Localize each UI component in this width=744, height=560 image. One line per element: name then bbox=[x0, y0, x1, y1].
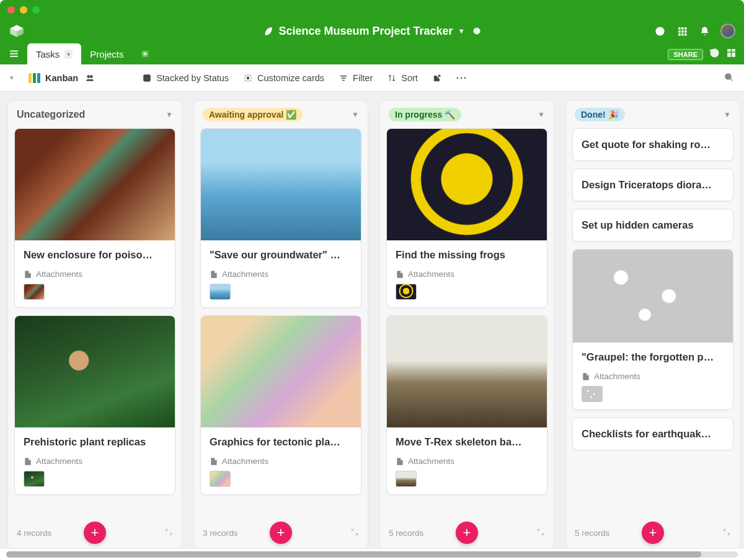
card-attachments-field: Attachments bbox=[24, 269, 166, 279]
horizontal-scrollbar[interactable] bbox=[0, 549, 744, 560]
collapse-column-icon[interactable] bbox=[536, 528, 545, 538]
kanban-card[interactable]: Design Triceratops diora… bbox=[572, 168, 733, 201]
svg-rect-5 bbox=[678, 27, 681, 30]
page-title: Science Museum Project Tracker bbox=[278, 25, 453, 38]
kanban-card[interactable]: New enclosure for poiso…Attachments bbox=[14, 128, 175, 308]
tab-dropdown-icon[interactable]: ▾ bbox=[64, 50, 73, 59]
column-cards: Get quote for shaking ro…Design Tricerat… bbox=[566, 128, 740, 517]
column-menu-icon[interactable]: ▼ bbox=[724, 110, 731, 119]
more-options-button[interactable]: ··· bbox=[456, 73, 467, 83]
kanban-card[interactable]: Set up hidden cameras bbox=[572, 209, 733, 242]
tab-label: Projects bbox=[90, 49, 123, 59]
column-menu-icon[interactable]: ▼ bbox=[352, 110, 359, 119]
filter-button[interactable]: Filter bbox=[339, 73, 373, 83]
window-titlebar bbox=[0, 0, 744, 20]
info-icon[interactable] bbox=[472, 27, 481, 35]
record-count: 5 records bbox=[389, 528, 423, 538]
traffic-light-zoom[interactable] bbox=[32, 6, 40, 14]
kanban-card[interactable]: Graphics for tectonic pla…Attachments bbox=[200, 315, 361, 495]
svg-rect-8 bbox=[678, 30, 681, 33]
column-cards: "Save our groundwater" …AttachmentsGraph… bbox=[194, 128, 368, 517]
column-footer: 5 records+ bbox=[566, 517, 740, 548]
column-menu-icon[interactable]: ▼ bbox=[166, 110, 173, 119]
notifications-icon[interactable] bbox=[698, 25, 711, 37]
collaborators-icon[interactable] bbox=[86, 74, 94, 82]
checkbox-icon bbox=[143, 74, 151, 82]
blocks-icon[interactable] bbox=[726, 48, 737, 61]
share-button[interactable]: SHARE bbox=[668, 49, 703, 60]
card-title: Get quote for shaking ro… bbox=[582, 139, 724, 151]
kanban-card[interactable]: Checklists for earthquak… bbox=[572, 418, 733, 450]
filter-icon bbox=[339, 74, 348, 82]
traffic-light-close[interactable] bbox=[7, 6, 15, 14]
card-cover-image bbox=[201, 129, 361, 240]
attachment-thumbnail[interactable] bbox=[24, 471, 45, 487]
history-icon[interactable] bbox=[709, 48, 720, 61]
column-status-pill[interactable]: Awaiting approval ✅ bbox=[203, 108, 303, 121]
card-title: Design Triceratops diora… bbox=[582, 179, 724, 191]
kanban-column-inprogress: In progress 🔨▼Find the missing frogsAtta… bbox=[379, 100, 554, 549]
kanban-board: Uncategorized▼New enclosure for poiso…At… bbox=[0, 92, 744, 549]
svg-point-29 bbox=[725, 73, 731, 79]
help-icon[interactable] bbox=[653, 25, 666, 37]
tab-tasks[interactable]: Tasks ▾ bbox=[27, 43, 81, 64]
svg-rect-7 bbox=[684, 27, 687, 30]
attachment-thumbnail[interactable] bbox=[396, 284, 417, 300]
svg-point-22 bbox=[87, 75, 91, 78]
app-logo-icon bbox=[9, 23, 25, 39]
share-view-button[interactable] bbox=[433, 74, 441, 82]
record-count: 5 records bbox=[575, 528, 609, 538]
attachment-thumbnail[interactable] bbox=[210, 284, 231, 300]
column-footer: 5 records+ bbox=[380, 517, 554, 548]
add-record-button[interactable]: + bbox=[84, 522, 106, 544]
attachment-icon bbox=[396, 270, 404, 279]
column-header: Uncategorized▼ bbox=[8, 101, 182, 128]
collapse-column-icon[interactable] bbox=[350, 528, 359, 538]
customize-cards-button[interactable]: Customize cards bbox=[244, 73, 324, 83]
views-menu[interactable]: ▾ bbox=[10, 74, 14, 82]
svg-rect-12 bbox=[681, 33, 684, 36]
collapse-column-icon[interactable] bbox=[722, 528, 731, 538]
title-caret-icon[interactable]: ▼ bbox=[458, 27, 465, 35]
apps-grid-icon[interactable] bbox=[676, 25, 688, 37]
kanban-card[interactable]: "Graupel: the forgotten p…Attachments bbox=[572, 249, 733, 410]
collapse-column-icon[interactable] bbox=[164, 528, 173, 538]
kanban-card[interactable]: Move T-Rex skeleton ba…Attachments bbox=[386, 315, 547, 495]
column-status-pill[interactable]: Done! 🎉 bbox=[575, 108, 625, 121]
attachment-thumbnail[interactable] bbox=[582, 386, 603, 402]
attachment-thumbnail[interactable] bbox=[24, 284, 45, 300]
add-record-button[interactable]: + bbox=[642, 522, 664, 544]
traffic-light-minimize[interactable] bbox=[20, 6, 27, 14]
svg-rect-19 bbox=[732, 49, 735, 51]
svg-rect-13 bbox=[684, 33, 687, 36]
svg-rect-10 bbox=[684, 30, 687, 33]
tab-projects[interactable]: Projects bbox=[81, 43, 132, 64]
card-attachments-field: Attachments bbox=[210, 457, 352, 466]
sidebar-toggle-icon[interactable] bbox=[0, 42, 27, 64]
stacked-by-button[interactable]: Stacked by Status bbox=[143, 73, 229, 83]
base-title-area[interactable]: Science Museum Project Tracker ▼ bbox=[263, 25, 480, 38]
svg-rect-26 bbox=[340, 75, 347, 76]
gear-icon bbox=[244, 74, 252, 82]
svg-rect-21 bbox=[732, 53, 735, 57]
card-attachments-field: Attachments bbox=[24, 457, 166, 466]
kanban-card[interactable]: "Save our groundwater" …Attachments bbox=[200, 128, 361, 308]
kanban-card[interactable]: Get quote for shaking ro… bbox=[572, 128, 733, 161]
view-switcher[interactable]: Kanban bbox=[29, 73, 94, 83]
add-table-button[interactable] bbox=[136, 45, 154, 63]
column-status-pill[interactable]: In progress 🔨 bbox=[389, 108, 461, 121]
search-button[interactable] bbox=[724, 72, 734, 84]
attachment-thumbnail[interactable] bbox=[210, 471, 231, 487]
kanban-card[interactable]: Prehistoric plant replicasAttachments bbox=[14, 315, 175, 495]
sort-button[interactable]: Sort bbox=[388, 73, 418, 83]
column-menu-icon[interactable]: ▼ bbox=[538, 110, 545, 119]
card-title: Checklists for earthquak… bbox=[582, 428, 724, 440]
attachment-thumbnail[interactable] bbox=[396, 471, 417, 487]
column-cards: Find the missing frogsAttachmentsMove T-… bbox=[380, 128, 554, 517]
add-record-button[interactable]: + bbox=[270, 522, 292, 544]
user-avatar[interactable] bbox=[720, 24, 735, 38]
view-name: Kanban bbox=[45, 73, 78, 83]
add-record-button[interactable]: + bbox=[456, 522, 478, 544]
svg-line-30 bbox=[730, 78, 732, 80]
kanban-card[interactable]: Find the missing frogsAttachments bbox=[386, 128, 547, 308]
